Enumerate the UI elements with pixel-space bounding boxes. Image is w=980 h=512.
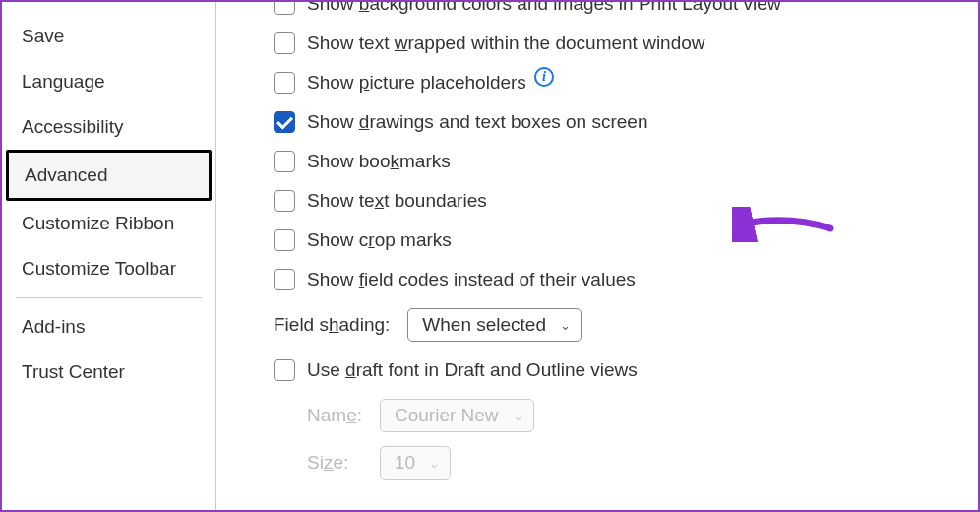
checkbox-crop[interactable]: [274, 229, 295, 251]
sidebar-item-customize-ribbon[interactable]: Customize Ribbon: [6, 201, 212, 246]
option-row-bookmarks: Show bookmarks: [274, 151, 958, 172]
option-label: Show bookmarks: [307, 151, 451, 172]
option-row-crop: Show crop marks: [274, 229, 958, 251]
sidebar-item-label: Language: [22, 71, 105, 92]
field-shading-label: Field shading:: [274, 314, 390, 336]
checkbox-picture[interactable]: [274, 72, 295, 94]
sidebar-item-customize-toolbar[interactable]: Customize Toolbar: [6, 246, 212, 291]
info-icon[interactable]: i: [534, 67, 554, 87]
option-label: Show drawings and text boxes on screen: [307, 111, 647, 133]
field-shading-select[interactable]: When selected ⌄: [407, 308, 582, 342]
checkbox-drawings[interactable]: [274, 111, 295, 133]
checkbox-field-codes[interactable]: [274, 269, 295, 290]
sidebar-item-label: Accessibility: [22, 116, 123, 137]
sidebar-item-label: Customize Ribbon: [22, 213, 174, 233]
select-value: Courier New: [395, 405, 499, 426]
option-row-text-boundaries: Show text boundaries: [274, 190, 958, 212]
draft-size-select: 10 ⌄: [380, 446, 451, 480]
option-label: Show background colors and images in Pri…: [307, 2, 781, 15]
sidebar-item-language[interactable]: Language: [6, 59, 212, 104]
sidebar-item-label: Advanced: [25, 164, 108, 185]
option-row-picture: Show picture placeholders i: [274, 72, 958, 94]
field-shading-row: Field shading: When selected ⌄: [274, 308, 958, 342]
sidebar-item-label: Customize Toolbar: [22, 258, 176, 279]
checkbox-background-colors[interactable]: [274, 2, 295, 15]
option-label: Show picture placeholders: [307, 72, 526, 94]
checkbox-draft-font[interactable]: [274, 359, 295, 381]
option-row-drawings: Show drawings and text boxes on screen: [274, 111, 958, 133]
chevron-down-icon: ⌄: [560, 318, 571, 333]
option-label: Show crop marks: [307, 229, 452, 251]
draft-name-label: Name:: [307, 405, 380, 426]
sidebar-item-save[interactable]: Save: [6, 14, 212, 59]
checkbox-wrapped[interactable]: [274, 32, 295, 54]
draft-name-row: Name: Courier New ⌄: [307, 399, 958, 432]
select-value: 10: [395, 452, 415, 474]
draft-size-row: Size: 10 ⌄: [307, 446, 958, 480]
option-row-background-colors: Show background colors and images in Pri…: [274, 2, 958, 15]
option-row-field-codes: Show field codes instead of their values: [274, 269, 958, 290]
checkbox-text-boundaries[interactable]: [274, 190, 295, 212]
checkbox-bookmarks[interactable]: [274, 151, 295, 172]
sidebar-item-label: Add-ins: [22, 316, 85, 337]
draft-size-label: Size:: [307, 452, 380, 474]
sidebar-item-addins[interactable]: Add-ins: [6, 304, 212, 350]
chevron-down-icon: ⌄: [429, 456, 440, 471]
sidebar-item-advanced[interactable]: Advanced: [6, 150, 212, 201]
sidebar-item-trust-center[interactable]: Trust Center: [6, 350, 212, 395]
option-label: Show text wrapped within the document wi…: [307, 32, 705, 54]
chevron-down-icon: ⌄: [513, 409, 523, 423]
sidebar: Save Language Accessibility Advanced Cus…: [2, 2, 216, 510]
select-value: When selected: [422, 314, 546, 336]
options-panel: Show background colors and images in Pri…: [216, 2, 978, 510]
option-row-draft-font: Use draft font in Draft and Outline view…: [274, 359, 958, 381]
sidebar-item-label: Trust Center: [22, 361, 125, 382]
option-row-wrapped: Show text wrapped within the document wi…: [274, 32, 958, 54]
sidebar-item-accessibility[interactable]: Accessibility: [6, 104, 212, 150]
option-label: Show field codes instead of their values: [307, 269, 636, 290]
draft-name-select: Courier New ⌄: [380, 399, 534, 432]
sidebar-divider: [16, 297, 202, 298]
option-label: Use draft font in Draft and Outline view…: [307, 359, 638, 381]
option-label: Show text boundaries: [307, 190, 487, 212]
sidebar-item-label: Save: [22, 26, 64, 46]
